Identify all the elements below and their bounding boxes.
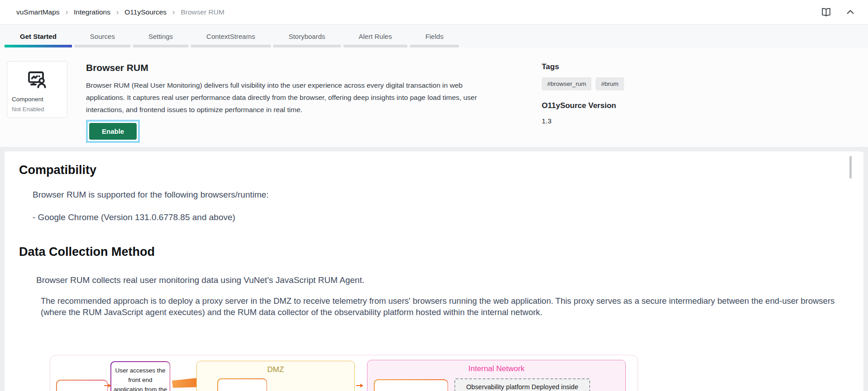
internet-firewall-box: Internet Firewall — [374, 379, 448, 391]
breadcrumb-separator-icon: › — [66, 9, 68, 16]
internal-network-zone: Internal Network Internet Firewall Obser… — [367, 360, 626, 391]
doc-paragraph: - Google Chrome (Version 131.0.6778.85 a… — [33, 212, 863, 222]
breadcrumb-item-vusmartmaps[interactable]: vuSmartMaps — [16, 8, 60, 16]
version-value: 1.3 — [542, 117, 736, 125]
doc-paragraph: The recommended approach is to deploy a … — [41, 295, 836, 318]
tab-alert-rules[interactable]: Alert Rules — [343, 25, 407, 47]
architecture-diagram: End Users User accesses the front end ap… — [50, 355, 638, 391]
enable-highlight-ring: Enable — [86, 120, 140, 143]
breadcrumb: vuSmartMaps › Integrations › O11ySources… — [16, 8, 224, 16]
internal-network-title: Internal Network — [367, 364, 625, 373]
component-type-label: Component — [12, 96, 62, 103]
hero-side-panel: Tags #browser_rum #brum O11ySource Versi… — [542, 62, 736, 125]
tab-label: Get Started — [20, 33, 57, 40]
tab-sources[interactable]: Sources — [75, 25, 130, 47]
doc-paragraph: Browser RUM collects real user monitorin… — [36, 275, 863, 285]
top-header: vuSmartMaps › Integrations › O11ySources… — [0, 0, 868, 25]
flow-arrow-icon — [356, 382, 363, 389]
version-heading: O11ySource Version — [542, 101, 736, 110]
page-title: Browser RUM — [86, 62, 527, 73]
tab-settings[interactable]: Settings — [133, 25, 188, 47]
tab-get-started[interactable]: Get Started — [5, 25, 72, 47]
enable-button[interactable]: Enable — [89, 123, 137, 140]
breadcrumb-separator-icon: › — [116, 9, 119, 16]
user-access-text: User accesses the front end application … — [111, 362, 170, 391]
end-users-box: End Users — [56, 380, 108, 391]
dmz-zone: DMZ Firewall — [196, 361, 355, 391]
tab-label: ContextStreams — [206, 33, 255, 40]
firewall-box: Firewall — [217, 378, 267, 391]
breadcrumb-separator-icon: › — [172, 9, 175, 16]
scrollbar-thumb[interactable] — [849, 156, 852, 179]
tag-chip: #brum — [596, 77, 624, 90]
monitor-chart-person-icon — [26, 69, 48, 90]
tag-chip: #browser_rum — [542, 77, 591, 90]
tab-label: Storyboards — [289, 33, 325, 40]
hero-description: Browser RUM (Real User Monitoring) deliv… — [86, 79, 496, 116]
collapse-chevron-up-icon[interactable] — [845, 7, 855, 17]
header-actions — [820, 7, 855, 18]
section-heading-data-collection: Data Collection Method — [19, 245, 863, 259]
dmz-title: DMZ — [197, 365, 354, 374]
tab-label: Sources — [90, 33, 115, 40]
component-status: Not Enabled — [12, 106, 62, 113]
tab-label: Fields — [425, 33, 444, 40]
component-card: Component Not Enabled — [7, 61, 67, 118]
breadcrumb-current-page: Browser RUM — [181, 8, 224, 16]
tab-bar: Get Started Sources Settings ContextStre… — [0, 25, 868, 47]
tab-contextstreams[interactable]: ContextStreams — [191, 25, 271, 47]
hero-section: Component Not Enabled Browser RUM Browse… — [0, 47, 868, 147]
breadcrumb-item-o11ysources[interactable]: O11ySources — [124, 8, 167, 16]
user-access-box: User accesses the front end application … — [110, 361, 170, 391]
docs-book-icon[interactable] — [820, 7, 832, 18]
tab-label: Alert Rules — [359, 33, 392, 40]
tab-fields[interactable]: Fields — [410, 25, 459, 47]
observability-box: Observability platform Deployed inside — [454, 378, 590, 391]
tab-storyboards[interactable]: Storyboards — [273, 25, 341, 47]
hero-main: Browser RUM Browser RUM (Real User Monit… — [86, 62, 527, 143]
breadcrumb-item-integrations[interactable]: Integrations — [74, 8, 110, 16]
tags-heading: Tags — [542, 62, 736, 71]
section-heading-compatibility: Compatibility — [19, 163, 863, 177]
doc-paragraph: Browser RUM is supported for the followi… — [33, 190, 863, 200]
tag-chips: #browser_rum #brum — [542, 77, 736, 90]
documentation-panel: Compatibility Browser RUM is supported f… — [5, 151, 863, 391]
tab-label: Settings — [148, 33, 173, 40]
